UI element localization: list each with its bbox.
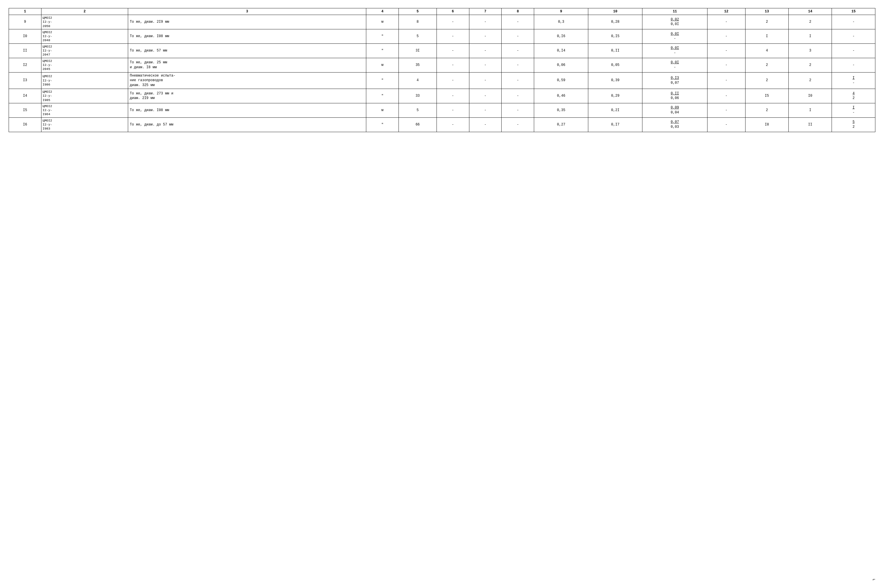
col-header-4: 4 — [366, 8, 399, 15]
col-header-9: 9 — [534, 8, 588, 15]
col9-cell: 0,59 — [534, 72, 588, 88]
col8-cell: - — [502, 72, 534, 88]
col13-cell: I — [745, 29, 788, 44]
col7-cell: - — [469, 88, 502, 103]
unit-cell: м — [366, 103, 399, 117]
col7-cell: - — [469, 117, 502, 132]
col13-cell: 2 — [745, 103, 788, 117]
col7-cell: - — [469, 15, 502, 29]
col9-cell: 0,27 — [534, 117, 588, 132]
col12-cell: - — [707, 117, 745, 132]
col10-cell: 0,I5 — [588, 29, 642, 44]
col13-cell: I5 — [745, 88, 788, 103]
col-header-8: 8 — [502, 8, 534, 15]
table-row: I6ЦМОI2I2-у-I983То же, диам. до 57 мм"66… — [9, 117, 875, 132]
unit-cell: м — [366, 15, 399, 29]
col-header-1: 1 — [9, 8, 42, 15]
unit-cell: м — [366, 58, 399, 72]
table-row: I3ЦМОI2I2-у-I986Пневматическое испыта-ни… — [9, 72, 875, 88]
row-number: I2 — [9, 58, 42, 72]
col-header-15: 15 — [832, 8, 875, 15]
col-header-2: 2 — [41, 8, 128, 15]
col13-cell: 2 — [745, 15, 788, 29]
col-header-5: 5 — [399, 8, 437, 15]
col7-cell: - — [469, 29, 502, 44]
description-cell: То же, диам. I08 мм — [128, 29, 366, 44]
col10-cell: 0,29 — [588, 88, 642, 103]
col7-cell: - — [469, 58, 502, 72]
col14-cell: II — [789, 117, 832, 132]
qty-cell: 5 — [399, 103, 437, 117]
col9-cell: 0,46 — [534, 88, 588, 103]
table-row: 9ЦМОI2I2-у-2050То же, диам. 2I9 ммм8---0… — [9, 15, 875, 29]
header-row: 1 2 3 4 5 6 7 8 9 10 11 12 13 14 15 — [9, 8, 875, 15]
row-number: 9 — [9, 15, 42, 29]
col10-cell: 0,05 — [588, 58, 642, 72]
col14-cell: I — [789, 29, 832, 44]
qty-cell: 33 — [399, 88, 437, 103]
col9-cell: 0,06 — [534, 58, 588, 72]
col10-cell: 0,39 — [588, 72, 642, 88]
col11-fraction-cell: 0,0I- — [642, 44, 708, 58]
col10-cell: 0,2I — [588, 103, 642, 117]
col11-fraction-cell: 0,020,0I — [642, 15, 708, 29]
col12-cell: - — [707, 44, 745, 58]
col8-cell: - — [502, 29, 534, 44]
description-cell: То же, диам. 25 мми диам. I8 мм — [128, 58, 366, 72]
col-header-14: 14 — [789, 8, 832, 15]
col10-cell: 0,28 — [588, 15, 642, 29]
col13-cell: 2 — [745, 72, 788, 88]
table-row: I0ЦМОI2I2-у-2048То же, диам. I08 мм"5---… — [9, 29, 875, 44]
col13-cell: I8 — [745, 117, 788, 132]
col8-cell: - — [502, 15, 534, 29]
row-number: I5 — [9, 103, 42, 117]
col15-cell: - — [832, 29, 875, 44]
table-row: IIЦМОI2I2-у-2047То же, диам. 57 мм"3I---… — [9, 44, 875, 58]
description-cell: Пневматическое испыта-ние газопроводовди… — [128, 72, 366, 88]
col8-cell: - — [502, 44, 534, 58]
code-cell: ЦМОI2I2-у-I985 — [41, 88, 128, 103]
col14-cell: I0 — [789, 88, 832, 103]
qty-cell: 4 — [399, 72, 437, 88]
col-header-3: 3 — [128, 8, 366, 15]
col13-cell: 2 — [745, 58, 788, 72]
col10-cell: 0,II — [588, 44, 642, 58]
unit-cell: " — [366, 29, 399, 44]
code-cell: ЦМОI2I2-у-I983 — [41, 117, 128, 132]
qty-cell: 66 — [399, 117, 437, 132]
col11-fraction-cell: 0,II0,06 — [642, 88, 708, 103]
col13-cell: 4 — [745, 44, 788, 58]
code-cell: ЦМОI2I2-у-I986 — [41, 72, 128, 88]
unit-cell: " — [366, 88, 399, 103]
col8-cell: - — [502, 103, 534, 117]
row-number: I0 — [9, 29, 42, 44]
code-cell: ЦМОI2I2-у-I964 — [41, 103, 128, 117]
col14-cell: 2 — [789, 72, 832, 88]
col14-cell: 3 — [789, 44, 832, 58]
col-header-10: 10 — [588, 8, 642, 15]
col8-cell: - — [502, 58, 534, 72]
description-cell: То же, диам. 273 мм идиам. 2I9 мм — [128, 88, 366, 103]
col12-cell: - — [707, 29, 745, 44]
col6-cell: - — [436, 103, 469, 117]
col6-cell: - — [436, 88, 469, 103]
col6-cell: - — [436, 72, 469, 88]
col6-cell: - — [436, 44, 469, 58]
table-row: I5ЦМОI2I2-у-I964То же, диам. I08 ммм5---… — [9, 103, 875, 117]
row-number: I6 — [9, 117, 42, 132]
col10-cell: 0,I7 — [588, 117, 642, 132]
code-cell: ЦМОI2I2-у-2050 — [41, 15, 128, 29]
col14-cell: I — [789, 103, 832, 117]
description-cell: То же, диам. 57 мм — [128, 44, 366, 58]
unit-cell: " — [366, 72, 399, 88]
col15-cell: 52 — [832, 117, 875, 132]
col11-fraction-cell: 0,090,04 — [642, 103, 708, 117]
qty-cell: 8 — [399, 15, 437, 29]
col9-cell: 0,I4 — [534, 44, 588, 58]
col6-cell: - — [436, 15, 469, 29]
col-header-7: 7 — [469, 8, 502, 15]
col8-cell: - — [502, 117, 534, 132]
col7-cell: - — [469, 103, 502, 117]
col11-fraction-cell: 0,070,03 — [642, 117, 708, 132]
col15-cell: - — [832, 15, 875, 29]
